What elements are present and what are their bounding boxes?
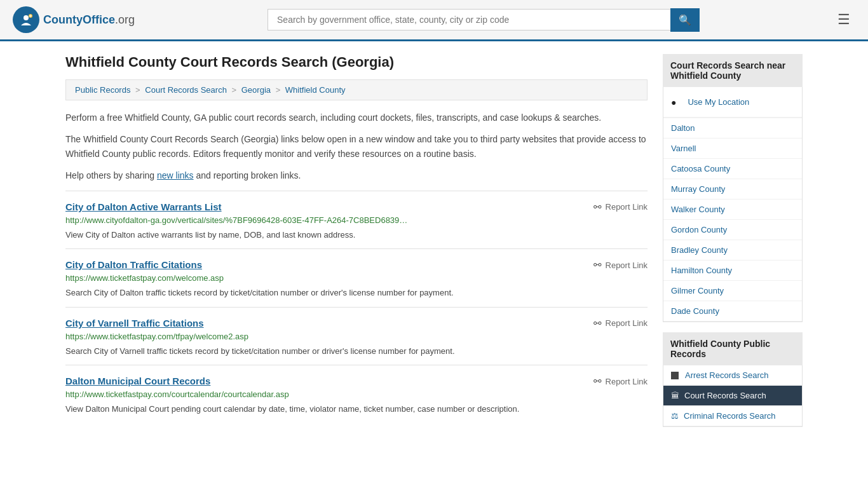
report-link-button[interactable]: ⚯ Report Link bbox=[593, 318, 648, 329]
result-card: City of Dalton Active Warrants List ⚯ Re… bbox=[65, 191, 648, 249]
report-icon: ⚯ bbox=[593, 259, 602, 271]
description-3: Help others by sharing new links and rep… bbox=[65, 168, 648, 182]
breadcrumb-court-records[interactable]: Court Records Search bbox=[145, 85, 227, 95]
sidebar-item-arrest-records[interactable]: Arrest Records Search bbox=[663, 365, 802, 386]
breadcrumb-georgia[interactable]: Georgia bbox=[241, 85, 271, 95]
logo-area[interactable]: CountyOffice.org bbox=[13, 6, 135, 33]
result-title-link[interactable]: Dalton Municipal Court Records bbox=[65, 376, 210, 386]
result-header: City of Dalton Traffic Citations ⚯ Repor… bbox=[65, 259, 648, 271]
use-my-location-link[interactable]: Use My Location bbox=[680, 92, 757, 112]
report-icon: ⚯ bbox=[593, 318, 602, 329]
hamburger-menu-button[interactable]: ☰ bbox=[832, 9, 855, 30]
report-link-button[interactable]: ⚯ Report Link bbox=[593, 259, 648, 271]
breadcrumb-public-records[interactable]: Public Records bbox=[75, 85, 130, 95]
result-card: Dalton Municipal Court Records ⚯ Report … bbox=[65, 365, 648, 423]
list-item[interactable]: Hamilton County bbox=[663, 261, 802, 281]
sidebar-link-hamilton[interactable]: Hamilton County bbox=[663, 261, 802, 280]
result-url: http://www.ticketfastpay.com/courtcalend… bbox=[65, 390, 648, 399]
list-item[interactable]: Gilmer County bbox=[663, 281, 802, 301]
sidebar-link-catoosa[interactable]: Catoosa County bbox=[663, 159, 802, 179]
list-item[interactable]: Dade County bbox=[663, 301, 802, 322]
arrest-records-link[interactable]: Arrest Records Search bbox=[663, 365, 802, 385]
sidebar-use-location[interactable]: ● Use My Location bbox=[663, 87, 802, 118]
result-url: https://www.ticketfastpay.com/tfpay/welc… bbox=[65, 332, 648, 341]
result-header: Dalton Municipal Court Records ⚯ Report … bbox=[65, 376, 648, 387]
report-icon: ⚯ bbox=[593, 376, 602, 387]
nearby-list: ● Use My Location Dalton Varnell Catoosa… bbox=[663, 87, 803, 322]
search-area: 🔍 bbox=[268, 8, 700, 32]
result-url: https://www.ticketfastpay.com/welcome.as… bbox=[65, 273, 648, 283]
results-list: City of Dalton Active Warrants List ⚯ Re… bbox=[65, 191, 648, 423]
result-title-link[interactable]: City of Varnell Traffic Citations bbox=[65, 318, 204, 329]
sidebar-link-gordon[interactable]: Gordon County bbox=[663, 220, 802, 240]
search-input[interactable] bbox=[268, 9, 670, 30]
main-container: Whitfield County Court Records Search (G… bbox=[53, 41, 815, 440]
square-icon bbox=[671, 372, 679, 379]
result-description: View Dalton Municipal Court pending cour… bbox=[65, 403, 648, 416]
building-icon: 🏛 bbox=[671, 391, 679, 400]
public-records-list: Arrest Records Search 🏛 Court Records Se… bbox=[663, 365, 803, 427]
report-icon: ⚯ bbox=[593, 201, 602, 213]
sidebar-item-court-records[interactable]: 🏛 Court Records Search bbox=[663, 386, 802, 406]
location-icon: ● bbox=[671, 97, 676, 107]
report-link-button[interactable]: ⚯ Report Link bbox=[593, 201, 648, 213]
search-icon: 🔍 bbox=[679, 15, 691, 25]
header: CountyOffice.org 🔍 ☰ bbox=[0, 0, 868, 41]
report-link-button[interactable]: ⚯ Report Link bbox=[593, 376, 648, 387]
result-card: City of Dalton Traffic Citations ⚯ Repor… bbox=[65, 248, 648, 307]
result-title-link[interactable]: City of Dalton Active Warrants List bbox=[65, 201, 222, 212]
breadcrumb-whitfield-county[interactable]: Whitfield County bbox=[285, 85, 346, 95]
list-item[interactable]: Walker County bbox=[663, 200, 802, 220]
public-records-section: Whitfield County Public Records Arrest R… bbox=[663, 332, 803, 427]
result-header: City of Dalton Active Warrants List ⚯ Re… bbox=[65, 201, 648, 213]
sidebar-item-criminal-records[interactable]: ⚖ Criminal Records Search bbox=[663, 406, 802, 426]
new-links-link[interactable]: new links bbox=[157, 170, 194, 180]
sidebar-link-murray[interactable]: Murray County bbox=[663, 179, 802, 199]
breadcrumb: Public Records > Court Records Search > … bbox=[65, 79, 648, 100]
search-button[interactable]: 🔍 bbox=[670, 8, 700, 32]
content-area: Whitfield County Court Records Search (G… bbox=[65, 54, 648, 427]
list-item[interactable]: Varnell bbox=[663, 139, 802, 159]
logo-text: CountyOffice.org bbox=[43, 13, 135, 27]
sidebar-link-varnell[interactable]: Varnell bbox=[663, 139, 802, 158]
page-title: Whitfield County Court Records Search (G… bbox=[65, 54, 648, 71]
description-2: The Whitfield County Court Records Searc… bbox=[65, 132, 648, 161]
list-item[interactable]: Catoosa County bbox=[663, 159, 802, 179]
sidebar-link-dade[interactable]: Dade County bbox=[663, 301, 802, 321]
criminal-records-link[interactable]: ⚖ Criminal Records Search bbox=[663, 406, 802, 426]
list-item[interactable]: Dalton bbox=[663, 118, 802, 139]
header-right: ☰ bbox=[832, 9, 855, 30]
sidebar: Court Records Search near Whitfield Coun… bbox=[663, 54, 803, 427]
svg-point-1 bbox=[24, 15, 29, 20]
sidebar-link-walker[interactable]: Walker County bbox=[663, 200, 802, 219]
result-description: Search City of Dalton traffic tickets re… bbox=[65, 287, 648, 299]
nearby-header: Court Records Search near Whitfield Coun… bbox=[663, 54, 803, 87]
result-card: City of Varnell Traffic Citations ⚯ Repo… bbox=[65, 307, 648, 365]
logo-icon bbox=[13, 6, 39, 33]
result-description: Search City of Varnell traffic tickets r… bbox=[65, 345, 648, 358]
list-item[interactable]: Gordon County bbox=[663, 220, 802, 240]
list-item[interactable]: Murray County bbox=[663, 179, 802, 200]
sidebar-link-bradley[interactable]: Bradley County bbox=[663, 240, 802, 260]
court-records-link[interactable]: 🏛 Court Records Search bbox=[663, 386, 802, 405]
public-records-header: Whitfield County Public Records bbox=[663, 332, 803, 365]
sidebar-link-gilmer[interactable]: Gilmer County bbox=[663, 281, 802, 301]
list-item[interactable]: Bradley County bbox=[663, 240, 802, 261]
description-1: Perform a free Whitfield County, GA publ… bbox=[65, 111, 648, 125]
result-description: View City of Dalton active warrants list… bbox=[65, 229, 648, 241]
sidebar-link-dalton[interactable]: Dalton bbox=[663, 118, 802, 138]
result-title-link[interactable]: City of Dalton Traffic Citations bbox=[65, 259, 202, 270]
scale-icon: ⚖ bbox=[671, 411, 679, 421]
result-url: http://www.cityofdalton-ga.gov/vertical/… bbox=[65, 215, 648, 225]
result-header: City of Varnell Traffic Citations ⚯ Repo… bbox=[65, 318, 648, 329]
